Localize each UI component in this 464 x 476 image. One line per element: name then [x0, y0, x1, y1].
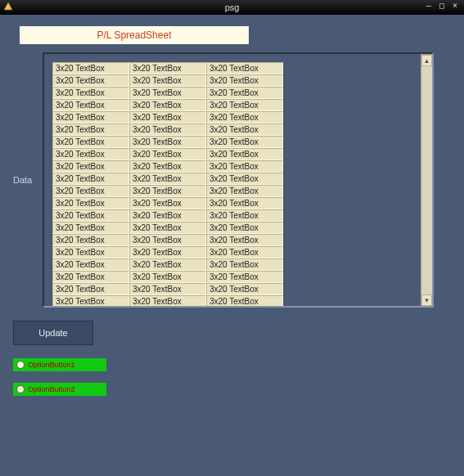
- grid-cell[interactable]: 3x20 TextBox: [52, 222, 129, 234]
- window-body: P/L SpreadSheet Data 3x20 TextBox3x20 Te…: [0, 26, 464, 420]
- grid-cell[interactable]: 3x20 TextBox: [206, 234, 283, 246]
- grid-cell[interactable]: 3x20 TextBox: [129, 209, 206, 222]
- table-row: 3x20 TextBox3x20 TextBox3x20 TextBox: [52, 111, 412, 123]
- grid-cell[interactable]: 3x20 TextBox: [52, 209, 129, 222]
- grid-cell[interactable]: 3x20 TextBox: [129, 74, 206, 87]
- update-button[interactable]: Update: [13, 321, 93, 345]
- grid-cell[interactable]: 3x20 TextBox: [129, 123, 206, 136]
- table-row: 3x20 TextBox3x20 TextBox3x20 TextBox: [52, 160, 412, 173]
- radio-group: OptionButton1 OptionButton2: [13, 358, 451, 396]
- option-button-2[interactable]: OptionButton2: [13, 383, 106, 396]
- window-controls: – □ ×: [423, 1, 461, 10]
- grid-cell[interactable]: 3x20 TextBox: [129, 111, 206, 123]
- grid-cell[interactable]: 3x20 TextBox: [129, 173, 206, 185]
- grid-cell[interactable]: 3x20 TextBox: [52, 197, 129, 209]
- table-row: 3x20 TextBox3x20 TextBox3x20 TextBox: [52, 74, 412, 87]
- table-row: 3x20 TextBox3x20 TextBox3x20 TextBox: [52, 173, 412, 185]
- grid-cell[interactable]: 3x20 TextBox: [206, 295, 283, 306]
- table-row: 3x20 TextBox3x20 TextBox3x20 TextBox: [52, 87, 412, 99]
- close-button[interactable]: ×: [449, 1, 461, 10]
- grid-cell[interactable]: 3x20 TextBox: [206, 148, 283, 160]
- grid-cell[interactable]: 3x20 TextBox: [206, 99, 283, 111]
- grid-cell[interactable]: 3x20 TextBox: [129, 185, 206, 197]
- update-button-label: Update: [38, 328, 67, 338]
- grid-cell[interactable]: 3x20 TextBox: [206, 111, 283, 123]
- table-row: 3x20 TextBox3x20 TextBox3x20 TextBox: [52, 99, 412, 111]
- maximize-button[interactable]: □: [436, 1, 448, 10]
- grid-cell[interactable]: 3x20 TextBox: [129, 271, 206, 283]
- grid-cell[interactable]: 3x20 TextBox: [52, 185, 129, 197]
- table-row: 3x20 TextBox3x20 TextBox3x20 TextBox: [52, 148, 412, 160]
- grid-cell[interactable]: 3x20 TextBox: [52, 283, 129, 295]
- grid-cell[interactable]: 3x20 TextBox: [52, 295, 129, 306]
- option-button-2-label: OptionButton2: [28, 385, 75, 393]
- grid-cell[interactable]: 3x20 TextBox: [206, 283, 283, 295]
- grid-area: 3x20 TextBox3x20 TextBox3x20 TextBox3x20…: [44, 54, 421, 306]
- table-row: 3x20 TextBox3x20 TextBox3x20 TextBox: [52, 209, 412, 222]
- grid-cell[interactable]: 3x20 TextBox: [206, 87, 283, 99]
- minimize-button[interactable]: –: [423, 1, 435, 10]
- grid-cell[interactable]: 3x20 TextBox: [52, 160, 129, 173]
- grid-cell[interactable]: 3x20 TextBox: [206, 246, 283, 258]
- grid-cell[interactable]: 3x20 TextBox: [52, 173, 129, 185]
- table-row: 3x20 TextBox3x20 TextBox3x20 TextBox: [52, 197, 412, 209]
- radio-dot-icon: [16, 385, 25, 393]
- table-row: 3x20 TextBox3x20 TextBox3x20 TextBox: [52, 136, 412, 148]
- grid-cell[interactable]: 3x20 TextBox: [206, 173, 283, 185]
- table-row: 3x20 TextBox3x20 TextBox3x20 TextBox: [52, 246, 412, 258]
- grid-cell[interactable]: 3x20 TextBox: [52, 99, 129, 111]
- vertical-scrollbar[interactable]: ▲ ▼: [421, 54, 432, 306]
- grid-cell[interactable]: 3x20 TextBox: [129, 62, 206, 74]
- scroll-down-arrow-icon[interactable]: ▼: [421, 294, 432, 306]
- scroll-up-arrow-icon[interactable]: ▲: [421, 55, 432, 66]
- grid-cell[interactable]: 3x20 TextBox: [52, 246, 129, 258]
- titlebar: psg – □ ×: [0, 0, 464, 15]
- option-button-1-label: OptionButton1: [28, 361, 75, 369]
- grid-cell[interactable]: 3x20 TextBox: [52, 111, 129, 123]
- grid-cell[interactable]: 3x20 TextBox: [52, 123, 129, 136]
- grid-cell[interactable]: 3x20 TextBox: [206, 271, 283, 283]
- table-row: 3x20 TextBox3x20 TextBox3x20 TextBox: [52, 271, 412, 283]
- grid-cell[interactable]: 3x20 TextBox: [52, 271, 129, 283]
- grid-cell[interactable]: 3x20 TextBox: [52, 234, 129, 246]
- grid-cell[interactable]: 3x20 TextBox: [52, 87, 129, 99]
- grid-cell[interactable]: 3x20 TextBox: [129, 136, 206, 148]
- grid-cell[interactable]: 3x20 TextBox: [206, 197, 283, 209]
- grid-cell[interactable]: 3x20 TextBox: [52, 74, 129, 87]
- grid-cell[interactable]: 3x20 TextBox: [52, 258, 129, 271]
- grid-cell[interactable]: 3x20 TextBox: [52, 136, 129, 148]
- data-label: Data: [13, 175, 43, 185]
- grid-cell[interactable]: 3x20 TextBox: [206, 62, 283, 74]
- grid-cell[interactable]: 3x20 TextBox: [129, 197, 206, 209]
- grid-cell[interactable]: 3x20 TextBox: [206, 160, 283, 173]
- grid-cell[interactable]: 3x20 TextBox: [206, 209, 283, 222]
- grid-cell[interactable]: 3x20 TextBox: [129, 222, 206, 234]
- table-row: 3x20 TextBox3x20 TextBox3x20 TextBox: [52, 185, 412, 197]
- grid-rows: 3x20 TextBox3x20 TextBox3x20 TextBox3x20…: [52, 62, 412, 306]
- grid-cell[interactable]: 3x20 TextBox: [52, 62, 129, 74]
- grid-cell[interactable]: 3x20 TextBox: [129, 234, 206, 246]
- grid-cell[interactable]: 3x20 TextBox: [129, 283, 206, 295]
- data-section: Data 3x20 TextBox3x20 TextBox3x20 TextBo…: [13, 52, 451, 308]
- grid-cell[interactable]: 3x20 TextBox: [206, 258, 283, 271]
- grid-frame: 3x20 TextBox3x20 TextBox3x20 TextBox3x20…: [43, 52, 434, 308]
- grid-cell[interactable]: 3x20 TextBox: [206, 185, 283, 197]
- grid-cell[interactable]: 3x20 TextBox: [129, 160, 206, 173]
- grid-cell[interactable]: 3x20 TextBox: [129, 87, 206, 99]
- option-button-1[interactable]: OptionButton1: [13, 358, 106, 371]
- window-title: psg: [225, 2, 240, 12]
- table-row: 3x20 TextBox3x20 TextBox3x20 TextBox: [52, 222, 412, 234]
- grid-cell[interactable]: 3x20 TextBox: [206, 123, 283, 136]
- grid-cell[interactable]: 3x20 TextBox: [129, 258, 206, 271]
- grid-cell[interactable]: 3x20 TextBox: [129, 246, 206, 258]
- grid-cell[interactable]: 3x20 TextBox: [129, 295, 206, 306]
- heading-input[interactable]: P/L SpreadSheet: [20, 26, 249, 44]
- table-row: 3x20 TextBox3x20 TextBox3x20 TextBox: [52, 295, 412, 306]
- grid-cell[interactable]: 3x20 TextBox: [206, 74, 283, 87]
- grid-cell[interactable]: 3x20 TextBox: [206, 136, 283, 148]
- grid-cell[interactable]: 3x20 TextBox: [129, 99, 206, 111]
- grid-cell[interactable]: 3x20 TextBox: [206, 222, 283, 234]
- grid-cell[interactable]: 3x20 TextBox: [129, 148, 206, 160]
- table-row: 3x20 TextBox3x20 TextBox3x20 TextBox: [52, 234, 412, 246]
- grid-cell[interactable]: 3x20 TextBox: [52, 148, 129, 160]
